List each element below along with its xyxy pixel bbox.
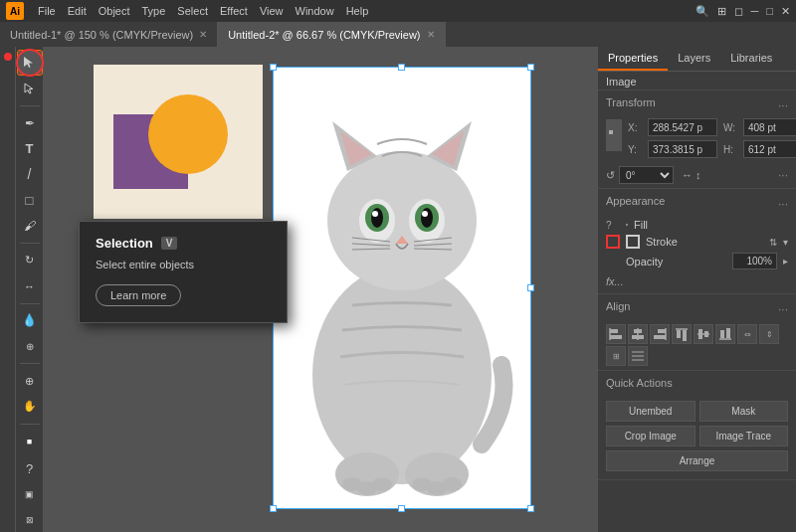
opacity-more[interactable]: ▸ <box>783 256 788 266</box>
menu-window[interactable]: Window <box>296 5 334 17</box>
fill-row: ? Fill <box>606 219 788 231</box>
line-tool-btn[interactable]: / <box>18 162 42 186</box>
svg-rect-30 <box>615 130 619 134</box>
menu-file[interactable]: File <box>38 5 56 17</box>
fill-stroke-btn[interactable]: ■ <box>18 430 42 453</box>
minimize-icon[interactable]: ─ <box>751 5 759 17</box>
tab-libraries[interactable]: Libraries <box>720 47 782 71</box>
fill-swatch[interactable] <box>626 224 628 226</box>
tab-layers[interactable]: Layers <box>668 47 720 71</box>
transform-reference-icon[interactable] <box>606 119 622 151</box>
svg-point-28 <box>442 477 462 491</box>
align-left[interactable] <box>606 324 626 344</box>
ai-logo: Ai <box>6 2 24 20</box>
image-trace-button[interactable]: Image Trace <box>699 426 789 446</box>
question-btn[interactable]: ? <box>18 457 42 481</box>
window-icon[interactable]: ◻ <box>734 5 743 18</box>
learn-more-button[interactable]: Learn more <box>96 284 181 306</box>
menu-effect[interactable]: Effect <box>220 5 248 17</box>
align-h-center[interactable] <box>628 324 648 344</box>
menu-edit[interactable]: Edit <box>68 5 87 17</box>
align-bottom[interactable] <box>715 324 735 344</box>
svg-rect-49 <box>720 330 724 338</box>
align-section: Align ··· <box>598 294 796 371</box>
maximize-icon[interactable]: □ <box>766 5 773 17</box>
h-input[interactable] <box>743 140 796 158</box>
align-more[interactable]: ··· <box>778 302 788 316</box>
distribute-h2[interactable]: ⊞ <box>606 346 626 366</box>
svg-rect-41 <box>654 335 666 339</box>
paintbrush-tool-btn[interactable]: 🖌 <box>18 214 42 238</box>
unembed-button[interactable]: Unembed <box>606 401 696 422</box>
search-icon[interactable]: 🔍 <box>696 5 709 18</box>
stroke-row: Stroke ⇅ ▾ <box>606 235 788 249</box>
quick-actions-title: Quick Actions <box>606 377 673 389</box>
opacity-input[interactable] <box>732 253 777 269</box>
tab-untitled1[interactable]: Untitled-1* @ 150 % (CMYK/Preview) ✕ <box>0 22 218 47</box>
distribute-options[interactable] <box>628 346 648 366</box>
opacity-row: Opacity ▸ <box>606 253 788 269</box>
align-right[interactable] <box>650 324 670 344</box>
x-input[interactable] <box>648 118 717 136</box>
hand-tool-btn[interactable]: ✋ <box>18 395 42 419</box>
stroke-arrows[interactable]: ⇅ <box>769 237 777 248</box>
menu-view[interactable]: View <box>260 5 284 17</box>
stroke-dropdown[interactable]: ▾ <box>783 237 788 248</box>
layer-btn[interactable]: ▣ <box>18 482 42 506</box>
tab-properties[interactable]: Properties <box>598 47 668 71</box>
tab1-close[interactable]: ✕ <box>199 29 207 40</box>
w-input[interactable] <box>743 118 796 136</box>
artboard-btn[interactable]: ⊠ <box>18 508 42 532</box>
selection-tool-btn[interactable] <box>18 51 42 75</box>
menu-select[interactable]: Select <box>177 5 208 17</box>
rotation-more[interactable]: ··· <box>778 168 788 182</box>
type-tool-btn[interactable]: T <box>18 137 42 161</box>
distribute-v[interactable]: ⇕ <box>759 324 779 344</box>
top-right-icons: 🔍 ⊞ ◻ ─ □ ✕ <box>696 5 790 18</box>
svg-point-13 <box>422 211 428 217</box>
rotate-tool-btn[interactable]: ↻ <box>18 249 42 272</box>
svg-rect-43 <box>677 330 681 338</box>
tab-untitled2[interactable]: Untitled-2* @ 66.67 % (CMYK/Preview) ✕ <box>218 22 445 47</box>
svg-point-0 <box>312 266 492 484</box>
menu-help[interactable]: Help <box>346 5 369 17</box>
appearance-more[interactable]: ··· <box>778 197 788 211</box>
align-v-center[interactable] <box>694 324 713 344</box>
y-position-row: Y: <box>628 140 717 158</box>
pen-tool-btn[interactable]: ✒ <box>18 111 42 135</box>
fill-label[interactable]: Fill <box>634 219 788 231</box>
tooltip-title-row: Selection V <box>96 236 271 251</box>
svg-rect-33 <box>607 236 619 248</box>
direct-selection-tool-btn[interactable] <box>18 77 42 100</box>
menu-type[interactable]: Type <box>142 5 166 17</box>
mirror-tool-btn[interactable]: ↔ <box>18 274 42 298</box>
distribute-h[interactable]: ⇔ <box>737 324 757 344</box>
canvas-area: Selection V Select entire objects Learn … <box>44 47 597 532</box>
transform-more[interactable]: ··· <box>778 98 788 112</box>
y-input[interactable] <box>648 140 717 158</box>
svg-point-12 <box>372 211 378 217</box>
zoom-tool-btn[interactable]: ⊕ <box>18 369 42 393</box>
align-top[interactable] <box>672 324 692 344</box>
panel-tabs: Properties Layers Libraries <box>598 47 796 72</box>
menu-object[interactable]: Object <box>99 5 130 17</box>
record-dot <box>4 53 12 61</box>
tab1-title: Untitled-1* @ 150 % (CMYK/Preview) <box>10 29 193 41</box>
close-icon[interactable]: ✕ <box>781 5 790 18</box>
shape-tool-btn[interactable]: □ <box>18 188 42 212</box>
toolbar-separator5 <box>20 424 40 425</box>
arrange-button[interactable]: Arrange <box>606 450 788 471</box>
blend-tool-btn[interactable]: ⊕ <box>18 334 42 358</box>
transform-section: Transform ··· X: Y: <box>598 90 796 189</box>
tooltip-popup: Selection V Select entire objects Learn … <box>79 221 288 323</box>
rotation-input[interactable]: 0° <box>619 166 674 184</box>
tab2-close[interactable]: ✕ <box>427 29 435 40</box>
crop-image-button[interactable]: Crop Image <box>606 426 696 446</box>
eyedropper-btn[interactable]: 💧 <box>18 309 42 333</box>
stroke-label[interactable]: Stroke <box>646 236 763 248</box>
mask-button[interactable]: Mask <box>699 401 789 422</box>
x-label: X: <box>628 122 644 133</box>
stroke-swatch[interactable] <box>626 235 640 249</box>
arrange-icon[interactable]: ⊞ <box>717 5 726 18</box>
x-position-row: X: <box>628 118 717 136</box>
